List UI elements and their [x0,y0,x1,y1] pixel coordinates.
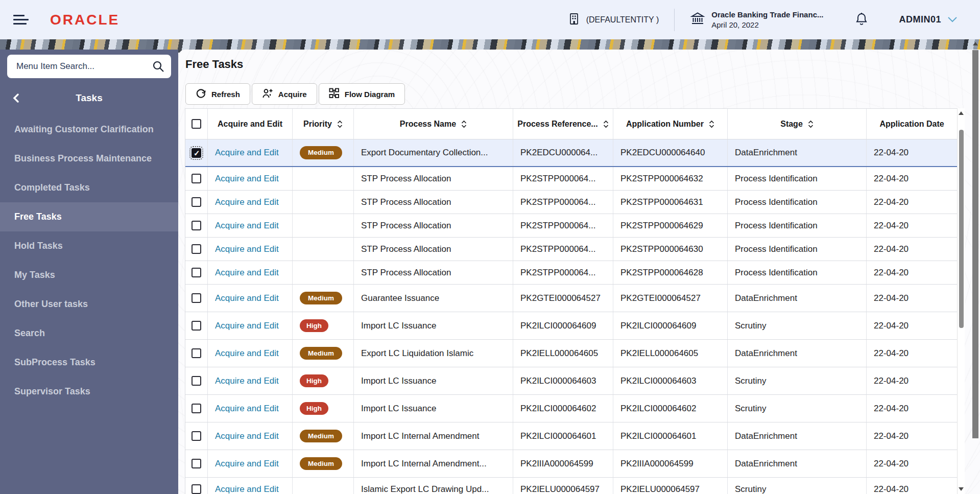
table-row: Acquire and EditSTP Process AllocationPK… [185,214,957,238]
acquire-and-edit-link[interactable]: Acquire and Edit [215,376,279,386]
column-header-priority[interactable]: Priority [293,109,354,139]
acquire-and-edit-link[interactable]: Acquire and Edit [215,321,279,331]
row-select-cell [185,261,208,284]
sidebar-item-completed-tasks[interactable]: Completed Tasks [0,173,178,202]
user-menu[interactable]: ADMIN01 [899,14,958,25]
acquire-and-edit-link[interactable]: Acquire and Edit [215,221,279,231]
page-scrollbar-thumb[interactable] [972,50,978,438]
sidebar-item-supervisor-tasks[interactable]: Supervisor Tasks [0,377,178,406]
acquire-and-edit-link[interactable]: Acquire and Edit [215,244,279,254]
back-chevron-icon[interactable] [12,93,19,105]
row-checkbox[interactable] [192,221,201,230]
row-checkbox[interactable] [192,321,201,331]
acquire-and-edit-link[interactable]: Acquire and Edit [215,459,279,469]
sort-icon[interactable] [461,120,467,128]
row-checkbox[interactable] [192,376,201,386]
stage-cell: Process Identification [728,261,867,284]
notifications-bell-icon[interactable] [855,12,868,28]
row-checkbox[interactable] [192,293,201,303]
stage-cell: DataEnrichment [728,285,867,312]
column-header-application-number[interactable]: Application Number [613,109,728,139]
priority-badge: Medium [300,457,342,471]
row-checkbox[interactable] [192,484,201,494]
bank-icon [690,11,705,29]
process-name-cell: STP Process Allocation [354,167,513,190]
entity-selector[interactable]: (DEFAULTENTITY ) [567,12,659,28]
row-checkbox[interactable] [192,174,201,183]
sidebar-item-free-tasks[interactable]: Free Tasks [0,202,178,231]
acquire-and-edit-link[interactable]: Acquire and Edit [215,148,279,158]
building-icon [567,12,581,28]
acquire-and-edit-link[interactable]: Acquire and Edit [215,404,279,414]
sort-icon[interactable] [337,120,343,128]
acquire-and-edit-link[interactable]: Acquire and Edit [215,348,279,359]
menu-search-input[interactable] [7,55,171,78]
flow-diagram-button[interactable]: Flow Diagram [319,83,405,105]
scroll-up-icon[interactable] [959,111,964,115]
main-content: Free Tasks Refresh [178,50,980,494]
row-select-cell [185,191,208,214]
row-checkbox[interactable] [192,459,201,468]
scroll-down-icon[interactable] [959,487,964,491]
table-row: Acquire and EditSTP Process AllocationPK… [185,238,957,261]
branch-selector[interactable]: Oracle Banking Trade Financ... April 20,… [690,10,823,29]
acquire-and-edit-cell: Acquire and Edit [208,367,293,394]
priority-cell [293,478,354,494]
priority-badge: Medium [300,146,342,159]
row-checkbox[interactable] [192,348,201,358]
table-row: Acquire and EditMediumImport LC Internal… [185,422,957,450]
sort-icon[interactable] [808,120,814,128]
acquire-and-edit-cell: Acquire and Edit [208,285,293,312]
search-icon[interactable] [152,60,165,75]
sidebar-item-hold-tasks[interactable]: Hold Tasks [0,231,178,261]
row-checkbox[interactable] [192,431,201,441]
application-date-cell: 22-04-20 [867,191,957,214]
sidebar-item-awaiting-customer-clarification[interactable]: Awaiting Customer Clarification [0,115,178,144]
hamburger-menu-icon[interactable] [13,15,29,25]
select-all-checkbox[interactable] [192,119,201,129]
page-scrollbar[interactable] [972,41,979,494]
column-header-stage[interactable]: Stage [728,109,867,139]
priority-cell [293,261,354,284]
sidebar-item-subprocess-tasks[interactable]: SubProcess Tasks [0,348,178,377]
column-header-acquire-and-edit[interactable]: Acquire and Edit [208,109,293,139]
acquire-label: Acquire [278,90,307,99]
refresh-icon [196,88,206,100]
topbar-right-group: (DEFAULTENTITY ) Oracle Banki [567,9,967,31]
column-header-application-date[interactable]: Application Date [867,109,957,139]
table-scrollbar[interactable] [957,108,965,494]
sidebar-item-search[interactable]: Search [0,319,178,348]
sort-icon[interactable] [603,120,609,128]
acquire-and-edit-cell: Acquire and Edit [208,450,293,477]
application-date-cell: 22-04-20 [867,367,957,394]
row-checkbox[interactable] [192,148,201,158]
column-header-process-reference[interactable]: Process Reference... [513,109,613,139]
acquire-and-edit-link[interactable]: Acquire and Edit [215,197,279,207]
table-scrollbar-thumb[interactable] [959,130,964,328]
app-name: Oracle Banking Trade Financ... [711,10,823,19]
acquire-and-edit-link[interactable]: Acquire and Edit [215,431,279,441]
table-row: Acquire and EditSTP Process AllocationPK… [185,191,957,214]
acquire-and-edit-link[interactable]: Acquire and Edit [215,293,279,303]
sidebar: Tasks Awaiting Customer ClarificationBus… [0,50,178,494]
row-checkbox[interactable] [192,244,201,254]
page-scroll-up-icon[interactable] [973,42,978,45]
acquire-and-edit-link[interactable]: Acquire and Edit [215,174,279,184]
row-checkbox[interactable] [192,404,201,413]
sidebar-item-business-process-maintenance[interactable]: Business Process Maintenance [0,144,178,173]
column-header-process-name[interactable]: Process Name [354,109,513,139]
acquire-button[interactable]: Acquire [252,83,317,105]
sidebar-item-my-tasks[interactable]: My Tasks [0,261,178,290]
stage-cell: Process Identification [728,238,867,261]
row-checkbox[interactable] [192,268,201,277]
column-label: Priority [303,119,332,129]
acquire-and-edit-cell: Acquire and Edit [208,395,293,422]
refresh-button[interactable]: Refresh [185,83,250,105]
acquire-and-edit-link[interactable]: Acquire and Edit [215,484,279,494]
application-date-cell: 22-04-20 [867,238,957,261]
row-checkbox[interactable] [192,197,201,207]
sort-icon[interactable] [709,120,714,128]
priority-badge: High [300,319,328,333]
acquire-and-edit-link[interactable]: Acquire and Edit [215,268,279,278]
sidebar-item-other-user-tasks[interactable]: Other User tasks [0,290,178,319]
